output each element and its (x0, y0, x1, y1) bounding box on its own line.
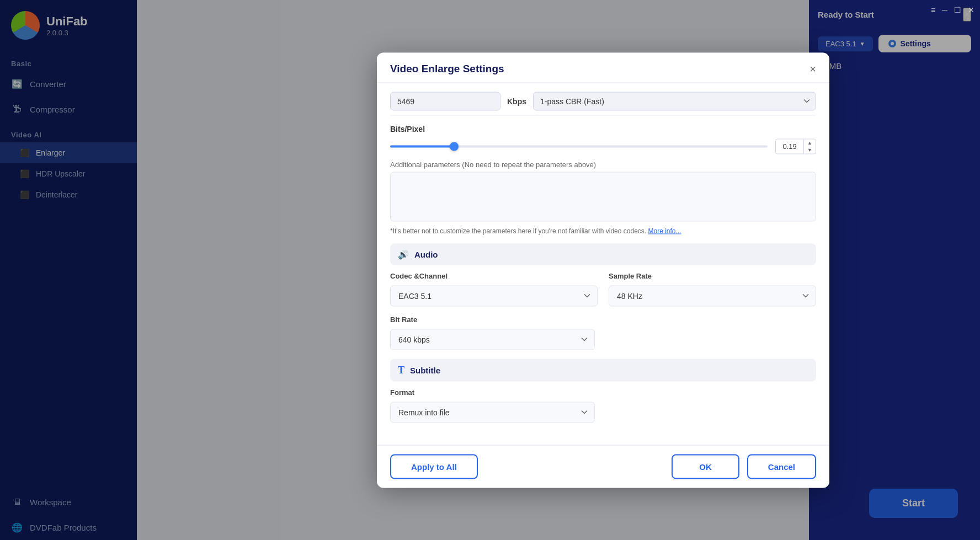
subtitle-section-title: Subtitle (410, 365, 440, 375)
subtitle-icon: T (398, 364, 404, 376)
additional-note: *It's better not to customize the parame… (390, 227, 816, 234)
bits-pixel-slider-row: 0.19 ▲ ▼ (390, 138, 816, 154)
codec-sample-row: Codec &Channel EAC3 5.1 AAC 2.0 AC3 5.1 … (390, 271, 816, 306)
bits-pixel-label: Bits/Pixel (390, 124, 816, 133)
audio-section-title: Audio (414, 249, 438, 259)
sample-rate-group: Sample Rate 48 KHz 44.1 KHz 96 KHz (609, 271, 816, 306)
bits-pixel-track[interactable] (390, 145, 768, 147)
bit-rate-label: Bit Rate (390, 315, 595, 323)
bit-rate-select[interactable]: 640 kbps 320 kbps 192 kbps (390, 329, 595, 350)
audio-section-divider: 🔊 Audio (390, 243, 816, 265)
ok-button[interactable]: OK (672, 454, 739, 479)
bitrate-row: Bit Rate 640 kbps 320 kbps 192 kbps (390, 315, 816, 350)
minimize-icon[interactable]: ─ (942, 6, 947, 14)
dialog-title: Video Enlarge Settings (390, 62, 504, 74)
apply-all-button[interactable]: Apply to All (390, 454, 478, 479)
maximize-icon[interactable]: ☐ (954, 6, 961, 14)
window-controls: ≡ ─ ☐ ✕ (931, 6, 974, 14)
bitrate-unit-label: Kbps (507, 97, 526, 105)
codec-channel-group: Codec &Channel EAC3 5.1 AAC 2.0 AC3 5.1 (390, 271, 598, 306)
slider-fill (390, 145, 454, 147)
bits-pixel-value-box: 0.19 ▲ ▼ (775, 138, 816, 154)
video-enlarge-settings-dialog: Video Enlarge Settings × Kbps 1-pass CBR… (377, 52, 829, 488)
subtitle-section-divider: T Subtitle (390, 359, 816, 381)
format-label: Format (390, 388, 595, 396)
close-window-icon[interactable]: ✕ (968, 6, 974, 14)
dialog-header: Video Enlarge Settings × (377, 52, 829, 83)
menu-icon[interactable]: ≡ (931, 6, 935, 14)
slider-thumb[interactable] (450, 142, 459, 151)
sample-rate-select[interactable]: 48 KHz 44.1 KHz 96 KHz (609, 285, 816, 306)
format-select[interactable]: Remux into file External file Burn-in (390, 402, 595, 423)
additional-params-label: Additional parameters (No need to repeat… (390, 159, 816, 168)
cancel-button[interactable]: Cancel (747, 454, 816, 479)
slider-up-arrow[interactable]: ▲ (804, 139, 816, 146)
footer-right-buttons: OK Cancel (672, 454, 816, 479)
additional-params-textarea[interactable] (390, 172, 816, 221)
bitrate-top-row: Kbps 1-pass CBR (Fast) 2-pass VBR CRF (390, 83, 816, 115)
slider-down-arrow[interactable]: ▼ (804, 146, 816, 153)
dialog-close-button[interactable]: × (809, 63, 816, 74)
codec-channel-select[interactable]: EAC3 5.1 AAC 2.0 AC3 5.1 (390, 285, 598, 306)
dialog-footer: Apply to All OK Cancel (377, 445, 829, 488)
codec-channel-label: Codec &Channel (390, 271, 598, 280)
dialog-body: Kbps 1-pass CBR (Fast) 2-pass VBR CRF Bi… (377, 83, 829, 445)
sample-rate-label: Sample Rate (609, 271, 816, 280)
more-info-link[interactable]: More info... (648, 227, 681, 234)
audio-icon: 🔊 (398, 249, 409, 259)
bits-pixel-value: 0.19 (776, 140, 803, 153)
bitrate-input[interactable] (390, 92, 500, 110)
slider-arrows: ▲ ▼ (803, 139, 816, 153)
bit-rate-group: Bit Rate 640 kbps 320 kbps 192 kbps (390, 315, 595, 350)
encoding-mode-select[interactable]: 1-pass CBR (Fast) 2-pass VBR CRF (533, 92, 816, 110)
format-group: Format Remux into file External file Bur… (390, 388, 595, 423)
